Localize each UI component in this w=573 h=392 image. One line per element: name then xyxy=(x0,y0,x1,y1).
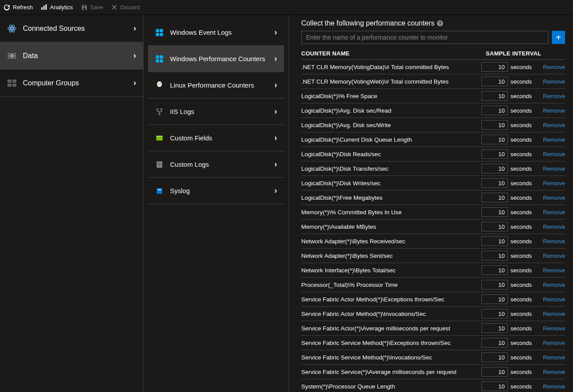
svg-rect-30 xyxy=(156,136,163,137)
remove-link[interactable]: Remove xyxy=(543,311,565,317)
nav-item-computer-groups[interactable]: Computer Groups› xyxy=(0,70,143,97)
remove-link[interactable]: Remove xyxy=(543,64,565,70)
remove-link[interactable]: Remove xyxy=(543,354,565,361)
counter-name: LogicalDisk(*)\Disk Transfers/sec xyxy=(301,165,481,172)
remove-link[interactable]: Remove xyxy=(543,238,565,245)
interval-input[interactable] xyxy=(481,135,508,144)
subnav-item-custom-logs[interactable]: Custom Logs› xyxy=(148,151,284,178)
remove-link[interactable]: Remove xyxy=(543,325,565,332)
remove-link[interactable]: Remove xyxy=(543,209,565,216)
interval-input[interactable] xyxy=(481,381,508,391)
counter-name: LogicalDisk(*)\Current Disk Queue Length xyxy=(301,136,481,143)
interval-input[interactable] xyxy=(481,323,508,333)
remove-link[interactable]: Remove xyxy=(543,136,565,143)
svg-rect-17 xyxy=(160,33,163,36)
add-counter-button[interactable]: + xyxy=(552,31,565,44)
remove-link[interactable]: Remove xyxy=(543,194,565,201)
interval-input[interactable] xyxy=(481,164,508,173)
interval-unit: seconds xyxy=(510,267,532,274)
nav-item-connected-sources[interactable]: Connected Sources› xyxy=(0,15,143,42)
remove-link[interactable]: Remove xyxy=(543,223,565,230)
chevron-right-icon: › xyxy=(274,133,277,143)
remove-link[interactable]: Remove xyxy=(543,340,565,346)
interval-input[interactable] xyxy=(481,120,508,130)
remove-link[interactable]: Remove xyxy=(543,267,565,274)
interval-input[interactable] xyxy=(481,338,508,348)
interval-input[interactable] xyxy=(481,294,508,304)
subnav-item-windows-event-logs[interactable]: Windows Event Logs› xyxy=(148,19,284,46)
interval-cell: seconds xyxy=(481,120,539,130)
remove-link[interactable]: Remove xyxy=(543,296,565,303)
remove-link[interactable]: Remove xyxy=(543,369,565,375)
interval-cell: seconds xyxy=(481,178,539,188)
interval-input[interactable] xyxy=(481,178,508,188)
interval-input[interactable] xyxy=(481,106,508,115)
remove-link[interactable]: Remove xyxy=(543,122,565,128)
svg-rect-2 xyxy=(45,4,47,10)
interval-input[interactable] xyxy=(481,236,508,246)
interval-input[interactable] xyxy=(481,91,508,101)
counters-panel: Collect the following performance counte… xyxy=(289,15,573,392)
subnav-item-syslog[interactable]: Syslog› xyxy=(148,178,284,204)
remove-link[interactable]: Remove xyxy=(543,282,565,288)
chevron-right-icon: › xyxy=(274,28,277,37)
interval-cell: seconds xyxy=(481,323,539,333)
subnav-item-windows-performance-counters[interactable]: Windows Performance Counters› xyxy=(148,46,284,72)
interval-input[interactable] xyxy=(481,265,508,275)
interval-input[interactable] xyxy=(481,352,508,362)
counter-name: Service Fabric Actor Method(*)\Invocatio… xyxy=(301,311,481,317)
remove-link[interactable]: Remove xyxy=(543,78,565,85)
interval-cell: seconds xyxy=(481,77,539,86)
subnav-item-linux-performance-counters[interactable]: Linux Performance Counters› xyxy=(148,72,284,99)
nav-item-data[interactable]: Data› xyxy=(0,42,143,70)
interval-input[interactable] xyxy=(481,207,508,217)
interval-input[interactable] xyxy=(481,280,508,289)
subnav-label: Windows Event Logs xyxy=(170,29,232,36)
remove-link[interactable]: Remove xyxy=(543,107,565,114)
counter-name-input[interactable] xyxy=(301,31,548,44)
counter-row: .NET CLR Memory(VotingWeb)\# Total commi… xyxy=(301,74,565,89)
counter-row: LogicalDisk(*)\% Free SpacesecondsRemove xyxy=(301,89,565,103)
remove-link[interactable]: Remove xyxy=(543,383,565,390)
interval-cell: seconds xyxy=(481,338,539,348)
chevron-right-icon: › xyxy=(274,160,277,169)
analytics-label: Analytics xyxy=(50,4,73,11)
interval-input[interactable] xyxy=(481,309,508,319)
remove-link[interactable]: Remove xyxy=(543,180,565,187)
counter-name: Memory(*)\Available MBytes xyxy=(301,223,481,230)
interval-cell: seconds xyxy=(481,222,539,231)
help-icon[interactable]: ? xyxy=(437,20,443,26)
interval-input[interactable] xyxy=(481,251,508,260)
interval-input[interactable] xyxy=(481,62,508,72)
interval-cell: seconds xyxy=(481,251,539,260)
refresh-button[interactable]: Refresh xyxy=(4,4,33,11)
analytics-button[interactable]: Analytics xyxy=(41,4,73,11)
svg-rect-15 xyxy=(160,29,163,32)
interval-input[interactable] xyxy=(481,222,508,231)
interval-input[interactable] xyxy=(481,77,508,86)
subnav-item-iis-logs[interactable]: IIS Logs› xyxy=(148,99,284,125)
counter-name: .NET CLR Memory(VotingData)\# Total comm… xyxy=(301,64,481,70)
save-button: Save xyxy=(81,4,104,11)
remove-link[interactable]: Remove xyxy=(543,151,565,158)
interval-input[interactable] xyxy=(481,193,508,202)
interval-input[interactable] xyxy=(481,367,508,377)
remove-link[interactable]: Remove xyxy=(543,253,565,259)
subnav-item-custom-fields[interactable]: Custom Fields› xyxy=(148,125,284,151)
panel-title-row: Collect the following performance counte… xyxy=(301,19,565,27)
svg-rect-13 xyxy=(13,84,16,86)
svg-point-28 xyxy=(159,113,160,115)
interval-unit: seconds xyxy=(510,296,532,303)
interval-unit: seconds xyxy=(510,340,532,346)
remove-link[interactable]: Remove xyxy=(543,165,565,172)
interval-unit: seconds xyxy=(510,194,532,201)
discard-icon xyxy=(111,4,118,11)
interval-unit: seconds xyxy=(510,369,532,375)
counter-name: LogicalDisk(*)\Free Megabytes xyxy=(301,194,481,201)
svg-point-3 xyxy=(11,27,13,30)
svg-point-26 xyxy=(157,108,159,110)
remove-link[interactable]: Remove xyxy=(543,93,565,99)
svg-rect-18 xyxy=(156,55,159,58)
interval-input[interactable] xyxy=(481,149,508,159)
counter-row: LogicalDisk(*)\Current Disk Queue Length… xyxy=(301,132,565,147)
